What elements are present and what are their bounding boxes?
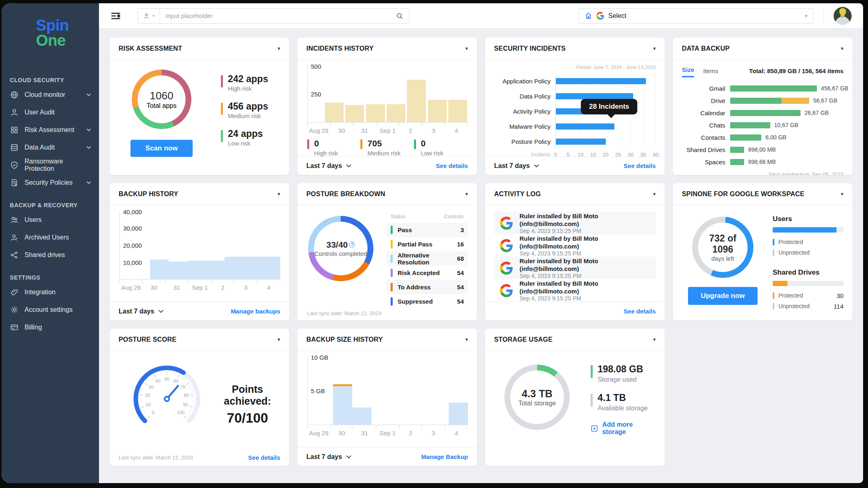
x-tick (376, 425, 399, 429)
license-ring-chart: 732 of 1096 days left (692, 217, 753, 278)
upgrade-now-button[interactable]: Upgrade now (688, 287, 758, 305)
topbar: ▾ Select ▾ (99, 3, 863, 29)
sidebar-item-users[interactable]: Users (2, 211, 99, 228)
chevron-down-icon[interactable]: ▾ (653, 336, 656, 342)
sidebar-item-label: Shared drives (25, 251, 92, 259)
service-bar (730, 159, 744, 165)
x-axis-label: 2 (211, 284, 234, 291)
workspace-select[interactable]: Select ▾ (578, 8, 814, 24)
user-avatar[interactable] (834, 7, 852, 25)
search-input[interactable] (160, 12, 390, 19)
bar-column (150, 260, 169, 279)
chevron-down-icon[interactable]: ▾ (277, 45, 280, 51)
sidebar-item-cloud-monitor[interactable]: Cloud monitor (2, 86, 99, 103)
sidebar-item-billing[interactable]: Billing (2, 318, 99, 336)
bar-column (325, 103, 344, 122)
backup-size-chart: Gmail456,67 GBDrive56,67 GBCalendar26,67… (682, 83, 843, 167)
chevron-down-icon[interactable]: ▾ (465, 336, 468, 342)
bars-area (308, 65, 468, 122)
service-label: Drive (682, 97, 730, 104)
sidebar-item-integration[interactable]: Integration (2, 283, 99, 301)
chevron-down-icon[interactable]: ▾ (465, 45, 468, 51)
chevron-down-icon[interactable]: ▾ (653, 45, 656, 51)
backup-history-chart: 40,00030,00020,00010,000Aug 293031Sep 12… (119, 211, 280, 291)
sidebar-item-security-policies[interactable]: Security Policies (2, 174, 99, 191)
grid-icon (10, 125, 19, 134)
dashboard-grid: RISK ASSESSMENT ▾ 1060 Total apps Scan n… (99, 29, 863, 475)
x-tick (211, 280, 234, 283)
legend-text: 456 appsMedium risk (228, 101, 268, 119)
add-more-storage-link[interactable]: Add more storage (591, 421, 656, 436)
protection-legend-unprotected: Unprotected114 (773, 301, 843, 311)
range-selector[interactable]: Last 7 days (494, 162, 539, 170)
policy-icon (10, 178, 19, 187)
bar-green-segment (730, 122, 770, 128)
tab-items[interactable]: Items (703, 67, 718, 77)
sidebar-item-risk-assessment[interactable]: Risk Assessment (2, 121, 99, 139)
policy-label: Posture Policy (494, 138, 555, 145)
service-bar (730, 110, 801, 116)
card-title: INCIDENTS HISTORY (306, 45, 373, 52)
status-row-to-address: To Address54 (387, 280, 468, 294)
range-selector[interactable]: Last 7 days (306, 162, 351, 170)
backup-row-chats: Chats10,67 GB (682, 120, 843, 130)
x-axis-label: Sep 1 (376, 127, 399, 134)
google-icon (500, 217, 513, 230)
range-selector[interactable]: Last 7 days (306, 453, 351, 461)
see-details-link[interactable]: See details (436, 162, 468, 169)
protection-legend-unprotected: Unprotected (773, 247, 843, 258)
bar-column (225, 257, 243, 279)
legend-label: High risk (314, 150, 338, 157)
card-activity-log: ACTIVITY LOG ▾ Ruler installed by Bill M… (485, 183, 665, 320)
activity-row: Ruler installed by Bill Moto (info@billm… (494, 234, 656, 257)
bar (169, 262, 187, 279)
sidebar-item-account-settings[interactable]: Account settings (2, 301, 99, 318)
chevron-down-icon[interactable]: ▾ (465, 191, 468, 197)
tab-size[interactable]: Size (682, 66, 694, 77)
bar-column (407, 80, 426, 122)
sidebar-item-data-audit[interactable]: Data Audit (2, 139, 99, 156)
bar-column (262, 257, 280, 279)
collapse-sidebar-icon[interactable] (110, 11, 121, 21)
service-label: Spaces (682, 159, 730, 166)
activity-title: Ruler installed by Bill Moto (info@billm… (519, 280, 650, 295)
x-axis-label: Aug 29 (307, 127, 330, 134)
logo-one: One (36, 33, 99, 48)
x-tick (307, 425, 330, 429)
bar-column (169, 262, 187, 279)
policy-row-application-policy: Application Policy (494, 74, 656, 89)
sidebar-item-ransomware-protection[interactable]: Ransomware Protection (2, 156, 99, 174)
chevron-down-icon[interactable]: ▾ (277, 191, 280, 197)
empty-grid-cell (673, 329, 852, 466)
manage-backups-link[interactable]: Manage backups (231, 308, 280, 315)
sidebar-item-archived-users[interactable]: Archived Users (2, 228, 99, 246)
info-icon[interactable]: ? (349, 242, 355, 248)
card-icon (10, 323, 19, 332)
chevron-down-icon[interactable]: ▾ (841, 191, 843, 197)
card-backup-history: BACKUP HISTORY ▾ 40,00030,00020,00010,00… (110, 183, 289, 320)
chevron-down-icon[interactable]: ▾ (277, 336, 280, 342)
days-left-value: 732 of 1096 (698, 233, 747, 255)
sidebar-section-label: BACKUP & RECOVERY (2, 202, 99, 211)
legend-value: 0 (421, 138, 443, 149)
see-details-link[interactable]: See details (248, 454, 280, 461)
storage-used-value: 198.08 GB (598, 364, 643, 375)
legend-label: Unprotected (778, 249, 843, 256)
sidebar-item-shared-drives[interactable]: Shared drives (2, 246, 99, 264)
service-label: Contacts (682, 134, 730, 141)
manage-backup-link[interactable]: Manage Backup (421, 453, 468, 460)
range-selector[interactable]: Last 7 days (119, 308, 164, 315)
sidebar-item-user-audit[interactable]: User Audit (2, 103, 99, 121)
card-data-backup: DATA BACKUP ▾ Size Items Total: 850,89 G… (673, 38, 852, 175)
svg-text:60: 60 (173, 378, 178, 383)
scan-now-button[interactable]: Scan now (130, 140, 193, 157)
chevron-down-icon[interactable]: ▾ (653, 191, 656, 197)
chevron-down-icon[interactable]: ▾ (841, 45, 843, 51)
status-row-partial-pass: Partial Pass16 (387, 237, 468, 251)
search-icon[interactable] (390, 12, 409, 20)
see-details-link[interactable]: See details (624, 162, 656, 169)
activity-text: Ruler installed by Bill Moto (info@billm… (519, 257, 650, 279)
see-details-link[interactable]: See details (624, 308, 656, 315)
search-scope-selector[interactable]: ▾ (138, 9, 160, 23)
x-tick (376, 123, 399, 126)
